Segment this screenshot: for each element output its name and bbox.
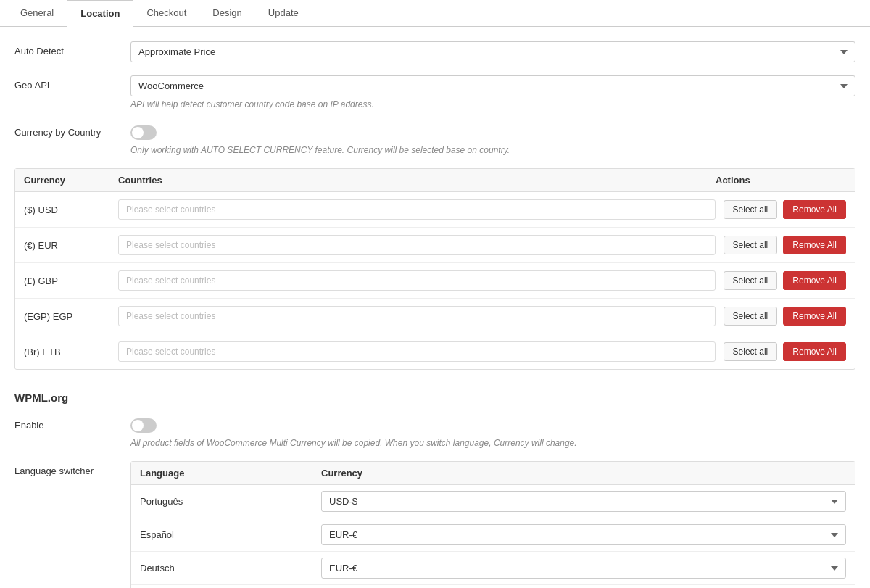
currency-portugues: USD-$ EUR-€ GBP-£ [321,491,846,512]
wpml-enable-toggle[interactable] [130,418,157,433]
remove-all-eur[interactable]: Remove All [783,236,846,254]
countries-input-eur[interactable] [118,235,716,255]
remove-all-gbp[interactable]: Remove All [783,271,846,290]
geo-api-row: Geo API WooCommerce MaxMind IPInfo API w… [14,75,856,109]
countries-input-etb[interactable] [118,341,716,362]
countries-egp [118,306,716,326]
actions-egp: Select all Remove All [716,307,846,326]
lang-table-header: Language Currency [131,462,855,485]
wpml-enable-row: Enable All product fields of WooCommerce… [14,415,856,448]
currency-espanol: USD-$ EUR-€ GBP-£ [321,524,846,545]
countries-eur [118,235,716,255]
currency-row-usd: ($) USD Select all Remove All [15,192,855,228]
select-all-usd[interactable]: Select all [724,200,778,219]
currency-eur: (€) EUR [24,240,118,251]
currency-by-country-hint: Only working with AUTO SELECT CURRENCY f… [130,145,856,155]
geo-api-select[interactable]: WooCommerce MaxMind IPInfo [130,75,856,96]
remove-all-egp[interactable]: Remove All [783,307,846,326]
tab-design[interactable]: Design [199,0,254,27]
language-table: Language Currency Português USD-$ EUR-€ … [130,461,856,588]
tab-bar: General Location Checkout Design Update [0,0,870,27]
wpml-enable-field: All product fields of WooCommerce Multi … [130,415,856,448]
currency-select-espanol[interactable]: USD-$ EUR-€ GBP-£ [321,524,846,545]
currency-row-eur: (€) EUR Select all Remove All [15,228,855,263]
select-all-eur[interactable]: Select all [724,236,778,254]
currency-table: Currency Countries Actions ($) USD Selec… [14,168,856,370]
countries-input-gbp[interactable] [118,270,716,291]
actions-usd: Select all Remove All [716,200,846,219]
col-header-currency: Currency [24,175,118,186]
wpml-toggle-slider [130,418,157,433]
currency-etb: (Br) ETB [24,347,118,357]
currency-by-country-field: Only working with AUTO SELECT CURRENCY f… [130,123,856,155]
tab-general[interactable]: General [7,0,67,27]
lang-deutsch: Deutsch [140,563,321,573]
auto-detect-select[interactable]: Approximate Price Exact Price Disabled [130,41,856,62]
tab-update[interactable]: Update [255,0,312,27]
toggle-slider [130,125,157,140]
geo-api-hint: API will help detect customer country co… [130,99,856,109]
language-switcher-row: Language switcher Language Currency Port… [14,461,856,588]
col-header-actions: Actions [716,175,846,186]
auto-detect-row: Auto Detect Approximate Price Exact Pric… [14,41,856,62]
currency-table-header: Currency Countries Actions [15,169,855,192]
countries-gbp [118,270,716,291]
currency-egp: (EGP) EGP [24,311,118,322]
lang-row-english: English USD-$ EUR-€ GBP-£ [131,585,855,588]
countries-input-usd[interactable] [118,199,716,220]
currency-select-portugues[interactable]: USD-$ EUR-€ GBP-£ [321,491,846,512]
currency-row-egp: (EGP) EGP Select all Remove All [15,299,855,334]
lang-portugues: Português [140,496,321,507]
select-all-gbp[interactable]: Select all [724,271,778,290]
lang-col-header-currency: Currency [321,468,846,479]
wpml-enable-label: Enable [14,415,130,431]
countries-input-egp[interactable] [118,306,716,326]
currency-by-country-label: Currency by Country [14,123,130,138]
lang-row-deutsch: Deutsch USD-$ EUR-€ GBP-£ [131,552,855,585]
countries-usd [118,199,716,220]
lang-row-portugues: Português USD-$ EUR-€ GBP-£ [131,485,855,518]
select-all-etb[interactable]: Select all [724,342,778,361]
geo-api-label: Geo API [14,75,130,91]
actions-eur: Select all Remove All [716,236,846,254]
currency-row-gbp: (£) GBP Select all Remove All [15,263,855,299]
main-content: Auto Detect Approximate Price Exact Pric… [0,27,870,588]
actions-etb: Select all Remove All [716,342,846,361]
lang-row-espanol: Español USD-$ EUR-€ GBP-£ [131,518,855,552]
wpml-enable-hint: All product fields of WooCommerce Multi … [130,438,856,448]
tab-checkout[interactable]: Checkout [133,0,199,27]
auto-detect-label: Auto Detect [14,41,130,57]
col-header-countries: Countries [118,175,716,186]
language-switcher-label: Language switcher [14,461,130,476]
currency-by-country-row: Currency by Country Only working with AU… [14,123,856,155]
lang-espanol: Español [140,529,321,540]
currency-row-etb: (Br) ETB Select all Remove All [15,334,855,369]
wpml-section-title: WPML.org [14,392,856,404]
currency-gbp: (£) GBP [24,276,118,286]
currency-by-country-toggle[interactable] [130,125,157,140]
countries-etb [118,341,716,362]
currency-select-deutsch[interactable]: USD-$ EUR-€ GBP-£ [321,558,846,579]
language-switcher-field: Language Currency Português USD-$ EUR-€ … [130,461,856,588]
currency-deutsch: USD-$ EUR-€ GBP-£ [321,558,846,579]
tab-location[interactable]: Location [67,0,133,28]
auto-detect-field: Approximate Price Exact Price Disabled [130,41,856,62]
remove-all-usd[interactable]: Remove All [783,200,846,219]
lang-col-header-language: Language [140,468,321,479]
actions-gbp: Select all Remove All [716,271,846,290]
geo-api-field: WooCommerce MaxMind IPInfo API will help… [130,75,856,109]
select-all-egp[interactable]: Select all [724,307,778,326]
currency-usd: ($) USD [24,204,118,215]
remove-all-etb[interactable]: Remove All [783,342,846,361]
